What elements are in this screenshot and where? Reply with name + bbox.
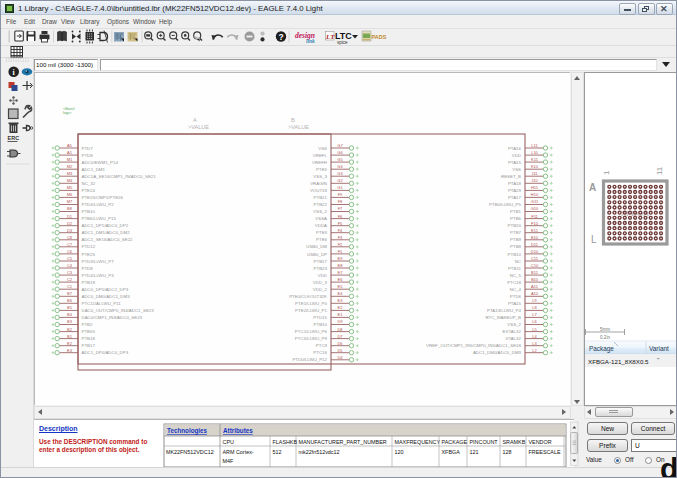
svg-text:PTE5: PTE5 bbox=[316, 167, 328, 172]
svg-text:D10: D10 bbox=[531, 249, 539, 254]
svg-text:M7: M7 bbox=[67, 199, 73, 204]
svg-text:PTD4/LLWU_P2: PTD4/LLWU_P2 bbox=[82, 202, 115, 207]
svg-text:E11: E11 bbox=[531, 228, 539, 233]
svg-text:VOUT33: VOUT33 bbox=[310, 188, 328, 193]
svg-text:ADC1_DM0/ADC0_DM3: ADC1_DM0/ADC0_DM3 bbox=[473, 350, 522, 355]
svg-text:VSS_2: VSS_2 bbox=[507, 322, 521, 327]
svg-text:F4: F4 bbox=[338, 228, 343, 233]
svg-text:PTE0/CLKOUT32K: PTE0/CLKOUT32K bbox=[289, 294, 327, 299]
svg-text:F11: F11 bbox=[531, 214, 538, 219]
svg-text:E9: E9 bbox=[338, 256, 344, 261]
svg-text:C10: C10 bbox=[531, 263, 539, 268]
svg-text:PTB2: PTB2 bbox=[82, 322, 94, 327]
svg-text:E4: E4 bbox=[338, 291, 344, 296]
svg-text:B7: B7 bbox=[67, 291, 73, 296]
svg-text:PTB7: PTB7 bbox=[510, 230, 522, 235]
svg-text:E8: E8 bbox=[338, 263, 344, 268]
svg-text:RTC_WAKEUP_B: RTC_WAKEUP_B bbox=[485, 315, 521, 320]
svg-text:VREFH: VREFH bbox=[312, 160, 327, 165]
svg-text:VDD: VDD bbox=[512, 153, 521, 158]
svg-text:link: link bbox=[306, 38, 315, 44]
svg-text:E2: E2 bbox=[338, 305, 344, 310]
svg-text:D5: D5 bbox=[337, 348, 343, 353]
svg-text:PTC11/ALLWU_P11: PTC11/ALLWU_P11 bbox=[82, 301, 122, 306]
svg-text:PTB21: PTB21 bbox=[314, 195, 328, 200]
svg-text:VDD: VDD bbox=[318, 273, 327, 278]
svg-text:XFBGA-121_8X8X0.5: XFBGA-121_8X8X0.5 bbox=[588, 358, 649, 365]
svg-text:PTA17: PTA17 bbox=[508, 195, 522, 200]
svg-text:L9: L9 bbox=[532, 298, 537, 303]
svg-text:A10: A10 bbox=[531, 291, 539, 296]
svg-text:Variant: Variant bbox=[649, 345, 669, 352]
svg-text:M5: M5 bbox=[67, 185, 73, 190]
svg-text:F10: F10 bbox=[531, 221, 539, 226]
svg-text:E10: E10 bbox=[531, 235, 539, 240]
svg-text:VSS_3: VSS_3 bbox=[313, 174, 327, 179]
svg-text:PTA29: PTA29 bbox=[508, 188, 522, 193]
svg-text:VREFL: VREFL bbox=[313, 153, 328, 158]
svg-text:B11: B11 bbox=[531, 270, 539, 275]
svg-text:ADC0/EWM1_P14: ADC0/EWM1_P14 bbox=[82, 160, 119, 165]
svg-text:PTB17: PTB17 bbox=[82, 343, 96, 348]
svg-text:PTD4/LLWU_P3: PTD4/LLWU_P3 bbox=[82, 273, 115, 278]
svg-text:G11: G11 bbox=[531, 199, 539, 204]
svg-text:D11: D11 bbox=[531, 242, 539, 247]
svg-text:C3: C3 bbox=[67, 270, 73, 275]
svg-text:C8: C8 bbox=[67, 235, 73, 240]
svg-text:G4: G4 bbox=[337, 164, 343, 169]
svg-text:11: 11 bbox=[655, 166, 664, 175]
svg-text:XTAL32: XTAL32 bbox=[505, 336, 521, 341]
svg-text:G3: G3 bbox=[337, 171, 343, 176]
svg-text:PTD6: PTD6 bbox=[510, 294, 522, 299]
svg-text:L6: L6 bbox=[532, 319, 537, 324]
svg-text:LT: LT bbox=[325, 33, 335, 41]
svg-text:M2: M2 bbox=[67, 164, 73, 169]
svg-text:B2: B2 bbox=[67, 327, 73, 332]
svg-text:ADC1A_SE16/CMP1_IN/ADC0_SE21: ADC1A_SE16/CMP1_IN/ADC0_SE21 bbox=[82, 174, 157, 179]
svg-text:ADC0_DP0/ADC1_DP3: ADC0_DP0/ADC1_DP3 bbox=[82, 287, 129, 292]
svg-text:PTE1/LLWU_P0: PTE1/LLWU_P0 bbox=[295, 301, 327, 306]
svg-text:PTB8: PTB8 bbox=[510, 244, 522, 249]
svg-text:D2: D2 bbox=[67, 221, 73, 226]
svg-text:NC_32: NC_32 bbox=[82, 181, 96, 186]
svg-text:B4: B4 bbox=[67, 312, 73, 317]
svg-text:VSS_2: VSS_2 bbox=[313, 209, 327, 214]
svg-text:C11: C11 bbox=[531, 256, 539, 261]
svg-text:F1: F1 bbox=[338, 249, 343, 254]
svg-text:L5: L5 bbox=[532, 327, 537, 332]
svg-text:A1: A1 bbox=[67, 150, 73, 155]
svg-text:PTD8: PTD8 bbox=[82, 266, 94, 271]
svg-text:PTB18: PTB18 bbox=[82, 336, 96, 341]
svg-text:1: 1 bbox=[602, 170, 611, 175]
svg-text:PTE25/CMP1/PTE26: PTE25/CMP1/PTE26 bbox=[82, 195, 124, 200]
svg-text:H10: H10 bbox=[531, 192, 539, 197]
svg-text:G6: G6 bbox=[337, 150, 343, 155]
svg-text:L4: L4 bbox=[532, 334, 537, 339]
svg-text:E2: E2 bbox=[67, 341, 73, 346]
svg-text:PTB10: PTB10 bbox=[314, 322, 328, 327]
svg-text:D9: D9 bbox=[337, 319, 343, 324]
svg-text:PTD3/LLWU_P7: PTD3/LLWU_P7 bbox=[82, 259, 115, 264]
svg-text:E1: E1 bbox=[338, 312, 344, 317]
svg-text:PTC9: PTC9 bbox=[316, 343, 328, 348]
svg-text:ADC1_DM1/ADC0_DM2: ADC1_DM1/ADC0_DM2 bbox=[82, 230, 131, 235]
svg-text:E3: E3 bbox=[67, 348, 73, 353]
svg-text:D6: D6 bbox=[337, 341, 343, 346]
svg-text:L11: L11 bbox=[531, 143, 538, 148]
svg-text:C5: C5 bbox=[67, 256, 73, 261]
svg-text:PTC16: PTC16 bbox=[313, 350, 327, 355]
svg-text:PTB1: PTB1 bbox=[510, 209, 522, 214]
svg-text:G10: G10 bbox=[531, 206, 539, 211]
svg-text:ADC1_DM1: ADC1_DM1 bbox=[82, 167, 106, 172]
svg-text:PTD7: PTD7 bbox=[82, 146, 94, 151]
svg-text:E5: E5 bbox=[338, 284, 344, 289]
svg-text:PTB23: PTB23 bbox=[314, 266, 328, 271]
svg-text:PTB19: PTB19 bbox=[82, 280, 96, 285]
svg-text:PTD12: PTD12 bbox=[82, 244, 96, 249]
svg-text:PTA16: PTA16 bbox=[508, 146, 522, 151]
svg-text:C2: C2 bbox=[67, 277, 73, 282]
svg-text:RESET_B: RESET_B bbox=[501, 174, 521, 179]
svg-text:PTE24: PTE24 bbox=[82, 188, 96, 193]
svg-text:VDD_3: VDD_3 bbox=[313, 280, 328, 285]
svg-text:Package: Package bbox=[589, 345, 614, 353]
